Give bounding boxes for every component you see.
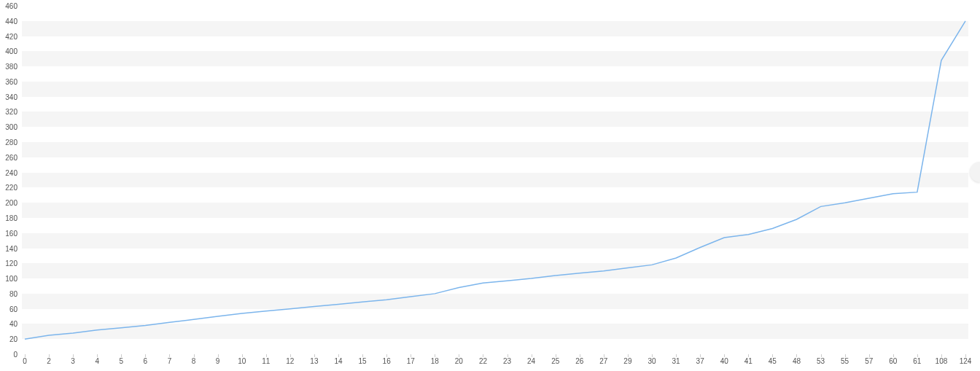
y-tick-label: 420 (1, 32, 18, 40)
x-tick-label: 40 (720, 357, 728, 365)
x-tick-label: 2 (47, 357, 51, 365)
chart-plot-area (22, 6, 968, 354)
y-tick-label: 160 (1, 229, 18, 237)
x-tick-label: 31 (672, 357, 680, 365)
x-tick-label: 22 (479, 357, 487, 365)
y-tick-label: 460 (1, 2, 18, 10)
line-series (22, 6, 968, 354)
y-tick-label: 0 (1, 351, 18, 359)
y-tick-label: 80 (1, 289, 18, 297)
y-tick-label: 240 (1, 168, 18, 176)
x-tick-label: 18 (431, 357, 439, 365)
x-tick-label: 16 (383, 357, 391, 365)
x-tick-label: 3 (71, 357, 75, 365)
x-tick-label: 45 (769, 357, 777, 365)
y-tick-label: 20 (1, 335, 18, 343)
x-tick-label: 4 (95, 357, 99, 365)
x-tick-label: 23 (503, 357, 511, 365)
y-tick-label: 280 (1, 138, 18, 147)
x-tick-label: 8 (192, 357, 196, 365)
x-tick-label: 13 (310, 357, 318, 365)
side-panel-toggle[interactable] (970, 162, 980, 182)
x-tick-label: 0 (23, 357, 27, 365)
y-tick-label: 140 (1, 244, 18, 252)
x-tick-label: 9 (216, 357, 220, 365)
x-tick-label: 6 (144, 357, 148, 365)
x-tick-label: 12 (286, 357, 294, 365)
x-tick-label: 55 (841, 357, 849, 365)
y-tick-label: 120 (1, 259, 18, 267)
x-tick-label: 25 (551, 357, 559, 365)
x-tick-label: 10 (238, 357, 246, 365)
x-tick-label: 11 (262, 357, 270, 365)
x-tick-label: 27 (599, 357, 607, 365)
x-tick-label: 61 (913, 357, 921, 365)
y-tick-label: 360 (1, 77, 18, 85)
y-tick-label: 100 (1, 275, 18, 283)
x-tick-label: 41 (744, 357, 752, 365)
y-tick-label: 260 (1, 153, 18, 161)
y-tick-label: 40 (1, 320, 18, 328)
y-tick-label: 60 (1, 305, 18, 313)
x-tick-label: 20 (455, 357, 463, 365)
y-tick-label: 200 (1, 199, 18, 207)
y-tick-label: 400 (1, 47, 18, 55)
y-tick-label: 300 (1, 123, 18, 131)
x-tick-label: 14 (334, 357, 342, 365)
x-tick-label: 24 (527, 357, 535, 365)
line-path (25, 21, 965, 339)
x-tick-label: 53 (817, 357, 825, 365)
x-tick-label: 108 (936, 357, 948, 365)
y-tick-label: 320 (1, 108, 18, 116)
y-tick-label: 380 (1, 63, 18, 71)
x-tick-label: 30 (648, 357, 656, 365)
y-tick-label: 440 (1, 17, 18, 25)
x-tick-label: 17 (407, 357, 415, 365)
y-tick-label: 220 (1, 184, 18, 192)
x-tick-label: 29 (623, 357, 631, 365)
x-tick-label: 5 (120, 357, 124, 365)
x-tick-label: 37 (696, 357, 704, 365)
x-tick-label: 26 (575, 357, 583, 365)
x-tick-label: 60 (889, 357, 897, 365)
y-tick-label: 340 (1, 93, 18, 101)
x-tick-label: 15 (359, 357, 367, 365)
x-tick-label: 7 (168, 357, 172, 365)
x-tick-label: 57 (865, 357, 873, 365)
y-tick-label: 180 (1, 214, 18, 222)
x-tick-label: 124 (960, 357, 972, 365)
x-tick-label: 48 (793, 357, 801, 365)
